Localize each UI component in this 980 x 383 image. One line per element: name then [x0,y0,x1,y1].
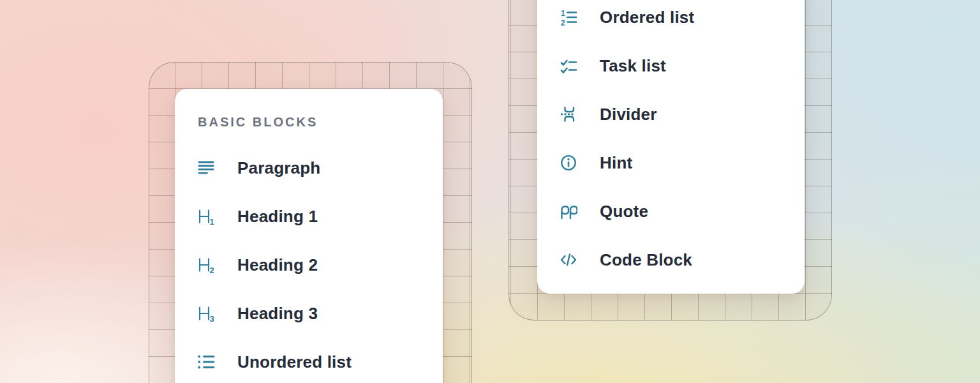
page-background: BASIC BLOCKS Paragraph1Heading 12Heading… [0,0,980,383]
svg-text:2: 2 [210,266,214,274]
menu-item-label: Task list [600,56,666,76]
heading-1-icon: 1 [197,207,215,225]
menu-item-heading-2[interactable]: 2Heading 2 [175,241,443,289]
unordered-list-icon [197,353,215,371]
menu-item-list: 12Ordered listTask listDividerHintQuoteC… [537,0,805,284]
menu-item-label: Heading 2 [237,255,318,275]
menu-item-label: Hint [600,153,632,173]
menu-item-quote[interactable]: Quote [537,187,805,236]
menu-item-label: Quote [600,202,648,222]
menu-item-label: Paragraph [237,158,320,178]
quote-icon [560,202,577,220]
menu-section-header: BASIC BLOCKS [198,113,443,131]
heading-2-icon: 2 [197,256,215,274]
menu-item-list: Paragraph1Heading 12Heading 23Heading 3U… [175,144,443,383]
menu-item-unordered-list[interactable]: Unordered list [175,338,443,383]
menu-item-label: Heading 1 [237,207,318,227]
paragraph-icon [197,159,215,177]
menu-item-heading-3[interactable]: 3Heading 3 [175,289,443,338]
menu-item-divider[interactable]: Divider [537,90,805,139]
menu-item-heading-1[interactable]: 1Heading 1 [175,192,443,241]
menu-item-paragraph[interactable]: Paragraph [175,144,443,192]
menu-item-label: Divider [600,105,657,124]
menu-item-label: Unordered list [237,352,352,372]
menu-item-label: Heading 3 [237,304,318,324]
code-block-icon [560,251,577,269]
svg-text:1: 1 [210,217,214,225]
menu-item-ordered-list[interactable]: 12Ordered list [537,0,805,41]
menu-item-task-list[interactable]: Task list [537,41,805,90]
ordered-list-icon: 12 [560,8,577,26]
svg-text:1: 1 [561,9,565,18]
svg-text:3: 3 [210,314,214,322]
blocks-menu-panel-continued: 12Ordered listTask listDividerHintQuoteC… [537,0,805,294]
menu-item-label: Ordered list [600,8,694,27]
menu-item-hint[interactable]: Hint [537,139,805,187]
hint-icon [560,154,577,172]
heading-3-icon: 3 [197,304,215,322]
menu-item-code-block[interactable]: Code Block [537,236,805,284]
menu-item-label: Code Block [600,250,692,270]
task-list-icon [560,57,577,75]
divider-icon [560,105,577,123]
basic-blocks-menu-panel: BASIC BLOCKS Paragraph1Heading 12Heading… [175,89,443,383]
svg-text:2: 2 [561,19,565,27]
